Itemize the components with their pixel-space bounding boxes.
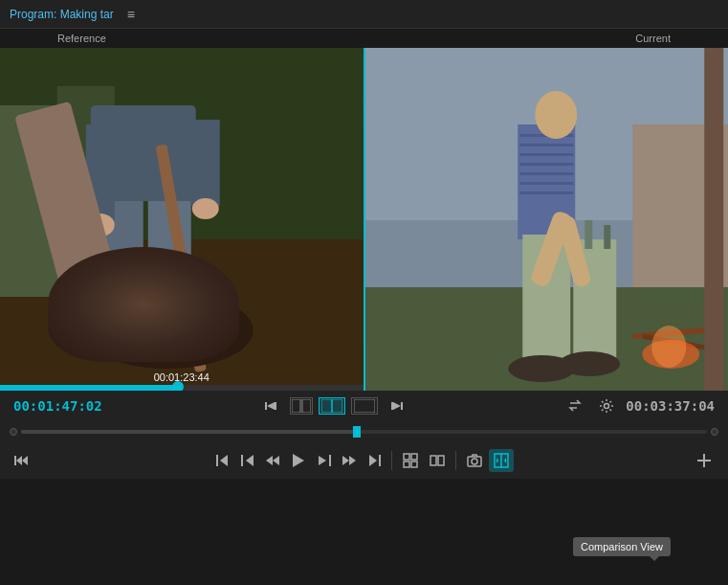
quad-view-button[interactable]	[398, 449, 423, 472]
svg-rect-75	[430, 456, 436, 465]
program-label: Program: Making tar	[10, 8, 114, 21]
fastfwd-button[interactable]	[338, 450, 361, 471]
reference-panel: 00:01:23:44	[0, 48, 365, 391]
step-back-button[interactable]	[236, 450, 259, 471]
svg-rect-60	[241, 455, 243, 466]
svg-point-10	[192, 198, 219, 219]
timeline-track[interactable]	[21, 430, 707, 434]
current-label: Current	[635, 33, 671, 44]
svg-marker-61	[246, 455, 254, 466]
svg-rect-46	[292, 399, 300, 413]
rewind-button[interactable]	[261, 450, 284, 471]
wrench-icon	[599, 398, 614, 414]
rewind-icon	[266, 454, 279, 467]
add-button[interactable]	[690, 452, 718, 469]
header-bar: Program: Making tar ≡	[0, 0, 728, 29]
first-frame-icon	[216, 454, 230, 467]
svg-marker-81	[496, 458, 498, 463]
svg-rect-24	[519, 153, 573, 156]
quad-view-icon	[403, 453, 418, 468]
svg-rect-71	[404, 454, 409, 460]
step-fwd-button[interactable]	[313, 450, 336, 471]
svg-point-29	[535, 91, 577, 139]
last-frame-button[interactable]	[363, 450, 386, 471]
program-prefix: Program:	[10, 8, 56, 21]
svg-rect-70	[379, 455, 381, 466]
program-name: Making tar	[60, 8, 114, 21]
comparison-view-button[interactable]	[489, 449, 514, 472]
current-video	[365, 48, 729, 391]
timeline-row	[0, 421, 728, 442]
video-area: 00:01:23:44	[0, 48, 728, 391]
timeline-end-dot[interactable]	[711, 428, 718, 436]
split-view-svg	[321, 399, 342, 413]
step-fwd-icon	[318, 454, 331, 467]
svg-rect-23	[519, 144, 573, 146]
comparison-view-tooltip: Comparison View	[573, 537, 671, 556]
swap-button[interactable]	[564, 396, 587, 416]
play-icon	[291, 453, 306, 468]
svg-rect-72	[411, 454, 417, 460]
mark-in-button[interactable]	[261, 397, 282, 415]
svg-rect-25	[519, 163, 573, 166]
shuttle-left-icon	[14, 453, 30, 468]
svg-point-33	[559, 351, 620, 376]
shuttle-left-button[interactable]	[10, 449, 34, 472]
svg-marker-56	[22, 456, 28, 465]
svg-marker-68	[349, 456, 356, 465]
svg-rect-84	[697, 460, 711, 461]
mark-out-icon	[389, 399, 403, 413]
svg-rect-8	[191, 120, 220, 206]
svg-point-78	[472, 459, 477, 464]
play-button[interactable]	[286, 449, 311, 472]
svg-marker-63	[273, 456, 279, 465]
step-back-icon	[241, 454, 254, 467]
svg-rect-73	[404, 461, 409, 467]
right-controls: 00:03:37:04	[564, 396, 715, 416]
comparison-view-icon	[494, 453, 509, 468]
timeline-progress	[21, 430, 357, 434]
dual-view-svg	[292, 399, 311, 413]
svg-rect-58	[216, 455, 218, 466]
center-controls	[261, 397, 407, 415]
camera-icon	[467, 453, 482, 468]
svg-rect-47	[302, 399, 311, 413]
svg-rect-45	[275, 402, 276, 410]
split-view-icon[interactable]	[319, 397, 345, 415]
swap-icon	[568, 398, 584, 414]
svg-rect-74	[411, 461, 417, 467]
left-timecode: 00:01:47:02	[13, 398, 102, 414]
svg-rect-53	[401, 402, 403, 410]
dual-view-button[interactable]	[425, 449, 450, 472]
menu-icon[interactable]: ≡	[127, 7, 135, 22]
dual-view-icon[interactable]	[290, 397, 313, 415]
mark-out-button[interactable]	[386, 397, 407, 415]
tooltip-text: Comparison View	[581, 541, 663, 552]
timeline-marker	[353, 426, 361, 438]
svg-point-54	[605, 404, 609, 409]
right-timecode: 00:03:37:04	[626, 398, 715, 414]
timeline-start-dot[interactable]	[10, 428, 17, 436]
dual-view2-icon	[430, 453, 445, 468]
reference-progress-bar[interactable]: 00:01:23:44	[0, 385, 364, 391]
svg-rect-16	[115, 283, 201, 297]
svg-marker-69	[369, 455, 377, 466]
svg-marker-59	[220, 455, 228, 466]
first-frame-button[interactable]	[211, 450, 234, 471]
settings-button[interactable]	[595, 396, 618, 416]
reference-label: Reference	[57, 33, 106, 44]
svg-point-9	[86, 214, 115, 236]
svg-rect-40	[704, 48, 723, 391]
reference-scene-svg	[0, 48, 364, 391]
single-view-icon[interactable]	[351, 397, 378, 415]
svg-marker-55	[16, 456, 22, 465]
svg-rect-7	[86, 124, 115, 220]
controls-area: 00:01:47:02	[0, 391, 728, 479]
svg-rect-50	[354, 399, 375, 413]
svg-rect-28	[519, 191, 573, 194]
svg-rect-2	[0, 105, 77, 297]
snapshot-button[interactable]	[462, 449, 487, 472]
fastfwd-icon	[342, 454, 356, 467]
svg-rect-42	[604, 225, 610, 249]
svg-rect-51	[391, 402, 393, 410]
